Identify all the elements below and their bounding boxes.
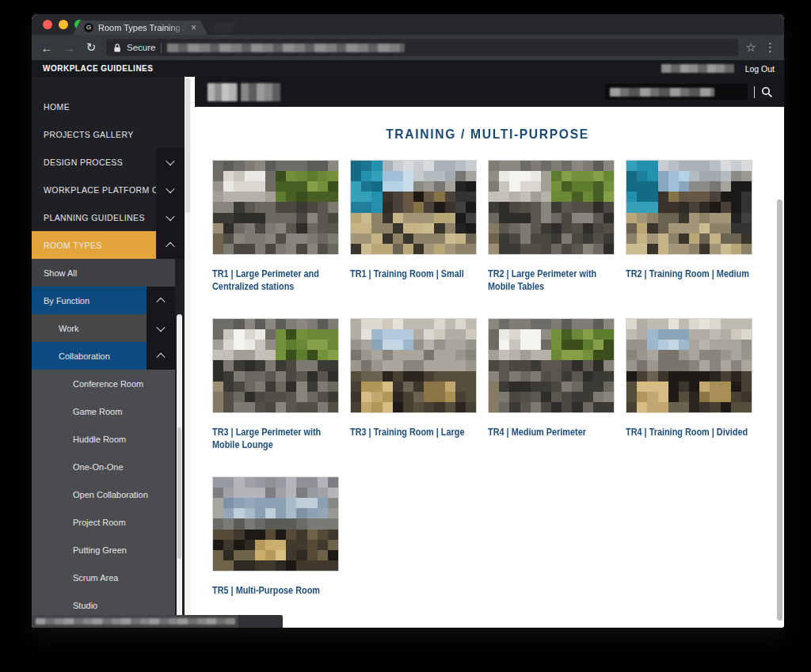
browser-tab[interactable]: G Room Types Training / Multi-P × [73, 21, 208, 35]
refresh-icon[interactable]: ↻ [84, 40, 98, 55]
mosaic-cell [668, 402, 679, 412]
mosaic-cell [466, 350, 476, 360]
room-caption[interactable]: TR4 | Training Room | Divided [626, 426, 751, 439]
mosaic-cell [741, 371, 752, 382]
room-thumbnail[interactable] [488, 160, 615, 255]
browser-menu-icon[interactable]: ⋮ [764, 40, 776, 55]
sidebar-item-conference-room[interactable]: Conference Room [32, 370, 175, 397]
room-card[interactable]: TR4 | Training Room | Divided [626, 318, 752, 476]
room-thumbnail[interactable] [212, 318, 339, 413]
sidebar-item-by-function[interactable]: By Function [32, 287, 175, 314]
chevron-down-icon[interactable] [147, 314, 175, 342]
mosaic-cell [328, 161, 338, 171]
close-window-button[interactable] [43, 20, 52, 29]
sidebar-item-putting-green[interactable]: Putting Green [32, 536, 175, 564]
mosaic-cell [741, 329, 752, 340]
forward-icon[interactable]: → [62, 41, 76, 55]
logout-button[interactable]: Log Out [745, 64, 775, 74]
mosaic-cell [424, 161, 434, 171]
mosaic-cell [531, 223, 541, 233]
mosaic-cell [572, 171, 582, 181]
room-thumbnail[interactable] [350, 160, 477, 255]
sidebar-scrollbar[interactable] [185, 77, 191, 628]
room-card[interactable]: TR1 | Training Room | Small [350, 160, 477, 318]
mosaic-cell [731, 233, 741, 244]
room-thumbnail[interactable] [212, 160, 339, 255]
mosaic-cell [213, 360, 223, 370]
sidebar-item-label: Work [32, 324, 78, 333]
mosaic-cell [583, 371, 593, 382]
room-card[interactable]: TR5 | Multi-Purpose Room [212, 476, 339, 628]
room-caption[interactable]: TR2 | Training Room | Medium [626, 268, 751, 280]
mosaic-cell [234, 518, 244, 529]
room-card[interactable]: TR1 | Large Perimeter and Centralized st… [212, 160, 339, 318]
sidebar-item-room-types[interactable]: ROOM TYPES [32, 231, 185, 259]
mosaic-cell [383, 319, 393, 329]
room-card[interactable]: TR3 | Large Perimeter with Mobile Lounge [212, 318, 339, 476]
mosaic-cell [509, 360, 520, 370]
sidebar-item-huddle-room[interactable]: Huddle Room [32, 425, 175, 453]
mosaic-cell [424, 181, 434, 192]
mosaic-cell [403, 233, 413, 244]
sidebar-item-project-room[interactable]: Project Room [32, 508, 175, 536]
chevron-down-icon[interactable] [156, 176, 185, 203]
room-thumbnail[interactable] [488, 318, 615, 413]
sidebar-item-planning-guidelines[interactable]: PLANNING GUIDELINES [32, 203, 185, 231]
mosaic-cell [541, 340, 551, 350]
room-thumbnail[interactable] [350, 318, 477, 413]
chevron-down-icon[interactable] [156, 148, 185, 176]
mosaic-cell [307, 171, 318, 181]
chevron-up-icon[interactable] [147, 287, 175, 314]
sidebar-scrollbar-thumb[interactable] [185, 78, 190, 213]
tab-close-icon[interactable]: × [191, 23, 196, 32]
room-caption[interactable]: TR3 | Large Perimeter with Mobile Lounge [212, 426, 337, 451]
redacted-logo[interactable] [208, 83, 605, 101]
chevron-down-icon[interactable] [156, 203, 185, 231]
search-divider [754, 86, 755, 98]
mosaic-cell [489, 181, 499, 192]
new-tab-button[interactable] [211, 22, 237, 32]
search-icon[interactable] [761, 86, 773, 98]
room-card[interactable]: TR3 | Training Room | Large [350, 318, 477, 476]
room-card[interactable]: TR2 | Training Room | Medium [626, 160, 752, 318]
room-caption[interactable]: TR1 | Large Perimeter and Centralized st… [212, 268, 337, 293]
sidebar-inner-scrollbar-thumb[interactable] [177, 427, 181, 559]
sidebar-inner-scrollbar[interactable] [177, 314, 182, 628]
mosaic-cell [255, 488, 265, 498]
room-thumbnail[interactable] [626, 160, 752, 255]
minimize-window-button[interactable] [59, 20, 68, 29]
room-caption[interactable]: TR4 | Medium Perimeter [488, 426, 613, 439]
sidebar-item-projects-gallery[interactable]: PROJECTS GALLERY [32, 120, 185, 148]
room-card[interactable]: TR4 | Medium Perimeter [488, 318, 615, 476]
search-input[interactable] [605, 84, 748, 100]
room-caption[interactable]: TR2 | Large Perimeter with Mobile Tables [488, 268, 613, 293]
room-card[interactable]: TR2 | Large Perimeter with Mobile Tables [488, 160, 615, 318]
sidebar-item-workplace-platform-overview[interactable]: WORKPLACE PLATFORM OVERVIEW [32, 176, 185, 203]
mosaic-cell [572, 329, 582, 340]
mosaic-cell [276, 477, 286, 488]
mosaic-cell [626, 171, 637, 181]
room-caption[interactable]: TR5 | Multi-Purpose Room [212, 584, 337, 597]
room-caption[interactable]: TR3 | Training Room | Large [350, 426, 475, 439]
room-caption[interactable]: TR1 | Training Room | Small [350, 268, 475, 280]
sidebar-item-work[interactable]: Work [32, 314, 175, 342]
room-thumbnail[interactable] [626, 318, 752, 413]
bookmark-star-icon[interactable]: ☆ [746, 40, 756, 55]
sidebar-item-home[interactable]: HOME [32, 93, 185, 120]
chevron-up-icon[interactable] [156, 231, 185, 259]
content-scrollbar[interactable] [777, 199, 782, 621]
address-bar[interactable]: Secure [106, 39, 738, 56]
back-icon[interactable]: ← [40, 41, 54, 55]
sidebar-item-show-all[interactable]: Show All [32, 259, 175, 287]
sidebar-item-game-room[interactable]: Game Room [32, 397, 175, 425]
chevron-up-icon[interactable] [147, 342, 175, 370]
sidebar-item-one-on-one[interactable]: One-On-One [32, 453, 175, 480]
sidebar-item-open-collaboration[interactable]: Open Collaboration [32, 480, 175, 508]
mosaic-cell [361, 171, 371, 181]
sidebar-item-scrum-area[interactable]: Scrum Area [32, 564, 175, 591]
page-title: TRAINING / MULTI-PURPOSE [215, 127, 760, 142]
sidebar-item-collaboration[interactable]: Collaboration [32, 342, 175, 370]
sidebar-item-label: PLANNING GUIDELINES [32, 213, 145, 222]
room-thumbnail[interactable] [212, 476, 339, 571]
sidebar-item-design-process[interactable]: DESIGN PROCESS [32, 148, 185, 176]
